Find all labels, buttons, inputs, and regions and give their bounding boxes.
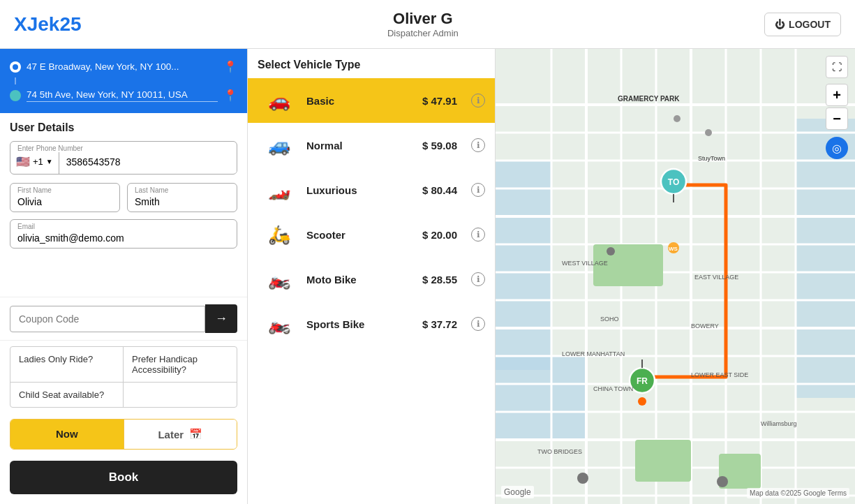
vehicle-price-basic: $ 47.91: [422, 95, 457, 107]
time-section: Now Later 📅: [0, 413, 247, 455]
vehicle-item-normal[interactable]: 🚙 Normal $ 59.08 ℹ: [248, 123, 495, 168]
logo-number: 25: [59, 13, 81, 35]
svg-rect-4: [496, 356, 586, 440]
vehicle-item-basic[interactable]: 🚗 Basic $ 47.91 ℹ: [248, 78, 495, 123]
options-section: Ladies Only Ride? Prefer Handicap Access…: [0, 340, 247, 413]
time-row: Now Later 📅: [10, 419, 237, 450]
vehicle-info-luxurious[interactable]: ℹ: [471, 183, 485, 197]
zoom-out-button[interactable]: −: [826, 108, 848, 130]
svg-point-0: [13, 64, 18, 70]
svg-point-55: [717, 476, 728, 487]
svg-text:WEST VILLAGE: WEST VILLAGE: [562, 260, 608, 267]
phone-label: Enter Phone Number: [10, 142, 237, 152]
locate-button[interactable]: ◎: [826, 137, 848, 159]
user-role: Dispatcher Admin: [387, 28, 459, 38]
last-name-group: Last Name: [127, 183, 237, 212]
ladies-only-option[interactable]: Ladies Only Ride?: [10, 347, 124, 383]
now-button[interactable]: Now: [10, 420, 124, 449]
coupon-input[interactable]: [10, 306, 205, 332]
child-seat-option[interactable]: Child Seat available?: [10, 383, 124, 407]
expand-icon: ⛶: [832, 61, 842, 73]
username: Oliver G: [387, 10, 459, 28]
vehicle-price-motobike: $ 28.55: [422, 274, 457, 286]
vehicle-item-scooter[interactable]: 🛵 Scooter $ 20.00 ℹ: [248, 212, 495, 257]
chevron-down-icon: ▼: [46, 158, 53, 165]
main-content: 47 E Broadway, New York, NY 100... 📍 74 …: [0, 49, 855, 504]
vehicle-info-scooter[interactable]: ℹ: [471, 228, 485, 242]
book-section: Book: [0, 455, 247, 504]
phone-number-input[interactable]: [59, 154, 237, 173]
vehicle-icon-scooter: 🛵: [260, 221, 298, 249]
vehicle-section-title: Select Vehicle Type: [248, 59, 495, 78]
svg-text:CHINA TOWN: CHINA TOWN: [593, 385, 633, 392]
header: XJek25 Oliver G Dispatcher Admin ⏻ LOGOU…: [0, 0, 855, 49]
book-button[interactable]: Book: [10, 461, 237, 494]
later-button[interactable]: Later 📅: [124, 420, 237, 449]
from-dot: [10, 61, 21, 73]
vehicle-name-normal: Normal: [306, 140, 414, 151]
header-center: Oliver G Dispatcher Admin: [387, 10, 459, 38]
handicap-option[interactable]: Prefer Handicap Accessibility?: [124, 347, 237, 383]
vehicle-info-basic[interactable]: ℹ: [471, 94, 485, 108]
logout-button[interactable]: ⏻ LOGOUT: [764, 13, 841, 36]
vehicle-price-luxurious: $ 80.44: [422, 184, 457, 196]
vehicle-name-scooter: Scooter: [306, 229, 414, 241]
user-details-title: User Details: [10, 121, 237, 134]
logo: XJek25: [14, 13, 82, 36]
svg-point-56: [577, 473, 588, 484]
coupon-submit-button[interactable]: →: [205, 304, 237, 333]
vehicle-price-sportsbike: $ 37.72: [422, 318, 457, 330]
vehicle-price-scooter: $ 20.00: [422, 229, 457, 241]
email-group: Email: [10, 219, 237, 249]
pin-icon-from[interactable]: 📍: [223, 60, 237, 73]
svg-text:TWO BRIDGES: TWO BRIDGES: [537, 448, 582, 455]
vehicle-item-luxurious[interactable]: 🏎️ Luxurious $ 80.44 ℹ: [248, 168, 495, 212]
map-expand-button[interactable]: ⛶: [826, 56, 848, 78]
zoom-in-button[interactable]: +: [826, 84, 848, 106]
power-icon: ⏻: [775, 19, 785, 30]
logout-label: LOGOUT: [789, 19, 831, 30]
map-area: TO FR GRAMERCY PARK StuyTown WEST VILLAG…: [496, 49, 855, 504]
vehicle-icon-motobike: 🏍️: [260, 265, 298, 293]
coupon-row: →: [10, 304, 237, 333]
country-selector[interactable]: 🇺🇸 +1 ▼: [10, 152, 59, 174]
svg-text:StuyTown: StuyTown: [698, 155, 725, 162]
vehicle-panel: Select Vehicle Type 🚗 Basic $ 47.91 ℹ 🚙 …: [248, 49, 496, 504]
vehicle-price-normal: $ 59.08: [422, 140, 457, 151]
left-panel: 47 E Broadway, New York, NY 100... 📍 74 …: [0, 49, 248, 504]
svg-point-1: [13, 94, 17, 98]
svg-text:Williamsburg: Williamsburg: [761, 420, 797, 427]
vehicle-icon-sportsbike: 🏍️: [260, 310, 298, 338]
svg-text:WS: WS: [669, 246, 678, 252]
phone-input-wrapper: Enter Phone Number 🇺🇸 +1 ▼: [10, 141, 237, 175]
svg-rect-30: [635, 440, 691, 482]
email-label: Email: [17, 223, 35, 230]
svg-text:SOHO: SOHO: [600, 316, 619, 323]
svg-text:LOWER EAST SIDE: LOWER EAST SIDE: [691, 371, 748, 378]
flag-icon: 🇺🇸: [16, 155, 30, 168]
svg-text:GRAMERCY PARK: GRAMERCY PARK: [618, 95, 680, 103]
first-name-label: First Name: [17, 186, 52, 194]
options-grid: Ladies Only Ride? Prefer Handicap Access…: [10, 346, 237, 408]
svg-rect-3: [496, 161, 551, 370]
user-details: User Details Enter Phone Number 🇺🇸 +1 ▼: [0, 113, 247, 297]
email-input[interactable]: [10, 220, 237, 248]
vehicle-info-normal[interactable]: ℹ: [471, 138, 485, 152]
to-dot: [10, 90, 21, 101]
svg-text:FR: FR: [637, 376, 648, 386]
vehicle-item-motobike[interactable]: 🏍️ Moto Bike $ 28.55 ℹ: [248, 257, 495, 302]
vehicle-name-luxurious: Luxurious: [306, 184, 414, 196]
vehicle-name-basic: Basic: [306, 95, 414, 107]
first-name-group: First Name: [10, 183, 120, 212]
coupon-section: →: [0, 297, 247, 340]
pin-icon-to[interactable]: 📍: [223, 89, 237, 102]
svg-point-50: [674, 115, 681, 122]
svg-point-51: [705, 129, 712, 136]
vehicle-info-sportsbike[interactable]: ℹ: [471, 317, 485, 331]
address-to: 74 5th Ave, New York, NY 10011, USA: [27, 89, 218, 102]
svg-text:TO: TO: [668, 177, 679, 187]
vehicle-item-sportsbike[interactable]: 🏍️ Sports Bike $ 37.72 ℹ: [248, 302, 495, 346]
later-label: Later: [158, 429, 184, 440]
vehicle-info-motobike[interactable]: ℹ: [471, 272, 485, 286]
svg-text:EAST VILLAGE: EAST VILLAGE: [694, 274, 738, 281]
